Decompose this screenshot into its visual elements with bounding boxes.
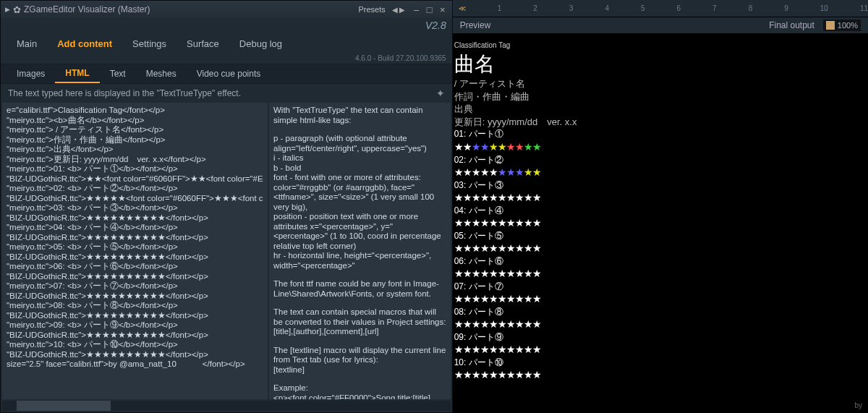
- timeline-mark[interactable]: 6: [677, 4, 681, 12]
- part-label: 02: パート②: [454, 154, 867, 166]
- song-title: 曲名: [454, 51, 867, 78]
- timeline-mark[interactable]: 5: [641, 4, 645, 12]
- sub-tabs: ImagesHTMLTextMeshesVideo cue points: [1, 64, 452, 84]
- code-line[interactable]: "BIZ-UDGothicR.ttc">★★★★★★★★★★</font></p…: [7, 311, 263, 321]
- main-tab-main[interactable]: Main: [7, 34, 47, 54]
- part-label: 09: パート⑨: [454, 331, 867, 343]
- by-label: by: [854, 401, 862, 411]
- code-line[interactable]: "meiryo.ttc">05: <b> パート⑤</b></font></p>: [7, 242, 263, 252]
- version-label: V2.8: [425, 20, 446, 31]
- html-editor[interactable]: e="calibri.ttf">Classification Tag</font…: [2, 103, 268, 399]
- timeline-mark[interactable]: 4: [605, 4, 609, 12]
- help-paragraph: p - paragraph (with optional attribute a…: [273, 134, 446, 271]
- main-tab-surface[interactable]: Surface: [176, 34, 229, 54]
- timeline-mark[interactable]: 8: [749, 4, 753, 12]
- code-line[interactable]: "BIZ-UDGothicR.ttc">★★★★★★★★★★</font></p…: [7, 233, 263, 243]
- sub-tab-text[interactable]: Text: [100, 65, 136, 82]
- code-line[interactable]: "BIZ-UDGothicR.ttc">★★★★★★★★★★</font></p…: [7, 213, 263, 223]
- main-tabs: MainAdd contentSettingsSurfaceDebug log: [1, 33, 452, 54]
- timeline-mark[interactable]: 9: [784, 4, 788, 12]
- timeline-ruler[interactable]: ≪1234567891011: [453, 0, 868, 17]
- code-line[interactable]: "BIZ-UDGothicR.ttc">★★★★★<font color="#6…: [7, 194, 263, 204]
- part-label: 10: パート⑩: [454, 357, 867, 368]
- hint-text: The text typed here is displayed in the …: [8, 88, 241, 98]
- code-line[interactable]: "meiryo.ttc">08: <b> パート⑧</b></font></p>: [7, 301, 263, 311]
- classification-tag: Classification Tag: [454, 41, 867, 51]
- gear-icon[interactable]: ✿: [13, 4, 21, 15]
- titlebar[interactable]: ▶ ✿ ZGameEditor Visualizer (Master) Pres…: [1, 1, 452, 18]
- help-paragraph: With "TextTrueType" the text can contain…: [273, 106, 446, 125]
- part-stars: ★★★★★★★★★★: [454, 368, 867, 382]
- maximize-icon[interactable]: □: [425, 4, 435, 15]
- help-paragraph: The text can contain special macros that…: [273, 307, 446, 337]
- help-paragraph: Example:<p><font color="#FF0000">Song ti…: [273, 383, 446, 399]
- part-label: 04: パート④: [454, 205, 867, 216]
- part-stars: ★★★★★★★★★★: [454, 242, 867, 255]
- close-icon[interactable]: ×: [438, 4, 448, 15]
- timeline-mark[interactable]: 3: [569, 4, 574, 12]
- updated: 更新日: yyyy/mm/dd ver. x.x: [454, 116, 867, 129]
- code-line[interactable]: "meiryo.ttc">04: <b> パート④</b></font></p>: [7, 223, 263, 233]
- zoom-control[interactable]: 100%: [823, 20, 861, 31]
- part-label: 05: パート⑤: [454, 230, 867, 242]
- part-stars: ★★★★★★★★★★: [454, 216, 867, 230]
- part-stars: ★★★★★★★★★★: [454, 140, 867, 154]
- code-line[interactable]: "meiryo.ttc">02: <b> パート②</b></font></p>: [7, 184, 263, 194]
- code-line[interactable]: e="calibri.ttf">Classification Tag</font…: [7, 106, 263, 116]
- preset-prev-icon[interactable]: ◀: [391, 6, 399, 14]
- code-line[interactable]: "BIZ-UDGothicR.ttc">★★★★★★★★★★</font></p…: [7, 252, 263, 263]
- code-line[interactable]: "meiryo.ttc"> / アーティスト名</font></p>: [7, 125, 263, 135]
- code-line[interactable]: "meiryo.ttc">出典</font></p>: [7, 145, 263, 155]
- code-line[interactable]: "meiryo.ttc">07: <b> パート⑦</b></font></p>: [7, 281, 263, 291]
- main-tab-add-content[interactable]: Add content: [47, 34, 122, 54]
- timeline-start-icon[interactable]: ≪: [459, 4, 466, 12]
- favorite-icon[interactable]: ✦: [436, 88, 445, 99]
- main-tab-settings[interactable]: Settings: [122, 34, 176, 54]
- minimize-icon[interactable]: –: [412, 4, 422, 15]
- code-line[interactable]: "meiryo.ttc"><b>曲名</b></font></p>: [7, 116, 263, 126]
- code-line[interactable]: "meiryo.ttc">10: <b> パート⑩</b></font></p>: [7, 340, 263, 350]
- timeline-mark[interactable]: 1: [498, 4, 502, 12]
- build-label: 4.6.0 - Build 27.20.100.9365: [355, 54, 446, 62]
- code-line[interactable]: "meiryo.ttc">03: <b> パート③</b></font></p>: [7, 203, 263, 213]
- code-line[interactable]: "meiryo.ttc">作詞・作曲・編曲</font></p>: [7, 135, 263, 145]
- final-output-label: Final output: [769, 20, 814, 30]
- sub-tab-video-cue-points[interactable]: Video cue points: [187, 65, 271, 82]
- timeline-mark[interactable]: 7: [712, 4, 717, 12]
- playlist-area: ≪1234567891011 Preview Final output 100%…: [453, 0, 868, 413]
- sub-tab-meshes[interactable]: Meshes: [136, 65, 187, 82]
- code-line[interactable]: "BIZ-UDGothicR.ttc">★★★★★★★★★★</font></p…: [7, 291, 263, 302]
- help-paragraph: The [textline] macro will display the cu…: [273, 346, 446, 375]
- artist-name: / アーティスト名: [454, 77, 867, 90]
- part-stars: ★★★★★★★★★★: [454, 166, 867, 179]
- code-line[interactable]: size="2.5" face="calibri.ttf">by @ama_na…: [7, 359, 263, 370]
- sub-tab-images[interactable]: Images: [7, 65, 55, 82]
- code-line[interactable]: "BIZ-UDGothicR.ttc">★★★★★★★★★★</font></p…: [7, 331, 263, 341]
- timeline-mark[interactable]: 10: [820, 4, 828, 12]
- timeline-mark[interactable]: 2: [533, 4, 537, 12]
- code-line[interactable]: "meiryo.ttc">01: <b> パート①</b></font></p>: [7, 164, 263, 174]
- code-line[interactable]: "meiryo.ttc">更新日: yyyy/mm/dd ver. x.x</f…: [7, 155, 263, 165]
- code-line[interactable]: "meiryo.ttc">09: <b> パート⑨</b></font></p>: [7, 320, 263, 331]
- part-stars: ★★★★★★★★★★: [454, 318, 867, 331]
- code-line[interactable]: "BIZ-UDGothicR.ttc">★★★★★★★★★★</font></p…: [7, 272, 263, 282]
- sub-tab-html[interactable]: HTML: [55, 64, 99, 83]
- collapse-icon[interactable]: ▶: [5, 6, 10, 13]
- horizontal-scrollbar[interactable]: [2, 401, 451, 411]
- zoom-icon: [826, 21, 835, 30]
- part-stars: ★★★★★★★★★★: [454, 191, 867, 205]
- help-paragraph: The font ttf name could be any font in I…: [273, 279, 446, 299]
- preset-next-icon[interactable]: ▶: [399, 6, 406, 14]
- code-line[interactable]: "BIZ-UDGothicR.ttc">★★★★★★★★★★</font></p…: [7, 350, 263, 360]
- window-title: ZGameEditor Visualizer (Master): [24, 4, 150, 14]
- preview-label: Preview: [460, 20, 491, 30]
- scrollbar-thumb[interactable]: [17, 401, 111, 411]
- main-tab-debug-log[interactable]: Debug log: [229, 34, 292, 54]
- zoom-value: 100%: [838, 21, 858, 30]
- timeline-mark[interactable]: 11: [860, 4, 868, 12]
- code-line[interactable]: "meiryo.ttc">06: <b> パート⑥</b></font></p>: [7, 262, 263, 272]
- code-line[interactable]: "BIZ-UDGothicR.ttc">★★<font color="#6060…: [7, 174, 263, 184]
- part-stars: ★★★★★★★★★★: [454, 292, 867, 306]
- part-label: 06: パート⑥: [454, 255, 867, 267]
- part-label: 07: パート⑦: [454, 281, 867, 292]
